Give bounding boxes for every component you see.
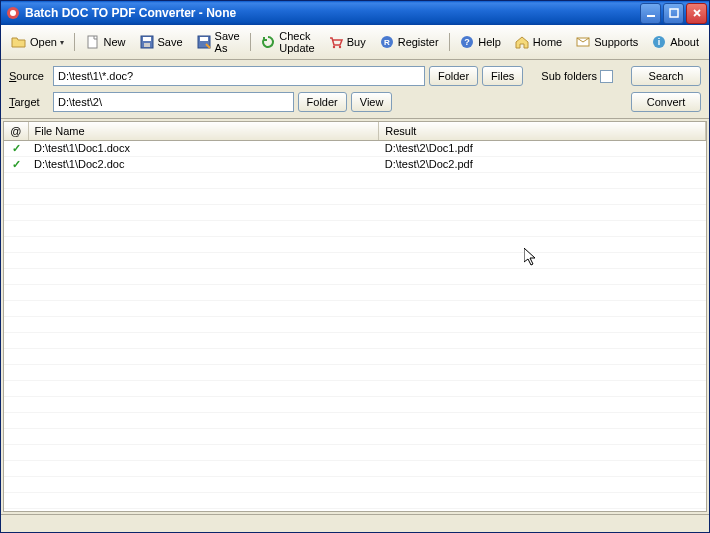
table-row-empty xyxy=(4,220,706,236)
table-row-empty xyxy=(4,284,706,300)
target-label: Target xyxy=(9,96,49,108)
toolbar: Open ▾ New Save Save As Check Update Buy… xyxy=(1,25,709,60)
cell-result: D:\test\2\Doc1.pdf xyxy=(379,140,706,156)
table-row-empty xyxy=(4,412,706,428)
titlebar: Batch DOC TO PDF Converter - None xyxy=(1,1,709,25)
check-icon: ✓ xyxy=(12,158,21,170)
svg-point-10 xyxy=(333,46,335,48)
svg-point-1 xyxy=(10,10,16,16)
source-input[interactable] xyxy=(53,66,425,86)
table-row-empty xyxy=(4,508,706,512)
table-row-empty xyxy=(4,188,706,204)
cart-icon xyxy=(328,34,344,50)
table-row[interactable]: ✓D:\test\1\Doc2.docD:\test\2\Doc2.pdf xyxy=(4,156,706,172)
files-button[interactable]: Files xyxy=(482,66,523,86)
open-label: Open xyxy=(30,36,57,48)
view-button[interactable]: View xyxy=(351,92,393,112)
help-label: Help xyxy=(478,36,501,48)
table-row-empty xyxy=(4,444,706,460)
register-icon: R xyxy=(379,34,395,50)
check-update-button[interactable]: Check Update xyxy=(254,27,320,57)
subfolders-label: Sub folders xyxy=(541,70,597,82)
svg-rect-2 xyxy=(647,15,655,17)
cell-filename: D:\test\1\Doc2.doc xyxy=(28,156,379,172)
save-as-icon xyxy=(196,34,212,50)
refresh-icon xyxy=(260,34,276,50)
io-panel: Source Folder Files Sub folders Search T… xyxy=(1,60,709,119)
minimize-button[interactable] xyxy=(640,3,661,24)
folder-open-icon xyxy=(11,34,27,50)
table-row-empty xyxy=(4,460,706,476)
window-title: Batch DOC TO PDF Converter - None xyxy=(25,6,640,20)
table-row[interactable]: ✓D:\test\1\Doc1.docxD:\test\2\Doc1.pdf xyxy=(4,140,706,156)
table-row-empty xyxy=(4,348,706,364)
info-icon: i xyxy=(651,34,667,50)
new-button[interactable]: New xyxy=(79,31,132,53)
register-label: Register xyxy=(398,36,439,48)
svg-text:i: i xyxy=(658,37,661,47)
table-row-empty xyxy=(4,204,706,220)
col-result[interactable]: Result xyxy=(379,122,706,140)
svg-rect-4 xyxy=(88,36,97,48)
supports-button[interactable]: Supports xyxy=(569,31,644,53)
cell-result: D:\test\2\Doc2.pdf xyxy=(379,156,706,172)
save-button[interactable]: Save xyxy=(133,31,189,53)
home-label: Home xyxy=(533,36,562,48)
app-icon xyxy=(5,5,21,21)
convert-button[interactable]: Convert xyxy=(631,92,701,112)
source-label: Source xyxy=(9,70,49,82)
separator xyxy=(449,33,450,51)
table-row-empty xyxy=(4,268,706,284)
save-as-label: Save As xyxy=(215,30,240,54)
check-icon: ✓ xyxy=(12,142,21,154)
save-icon xyxy=(139,34,155,50)
home-icon xyxy=(514,34,530,50)
svg-rect-3 xyxy=(670,9,678,17)
buy-label: Buy xyxy=(347,36,366,48)
dropdown-icon: ▾ xyxy=(60,38,64,47)
check-update-label: Check Update xyxy=(279,30,314,54)
close-button[interactable] xyxy=(686,3,707,24)
table-row-empty xyxy=(4,396,706,412)
subfolders-wrap: Sub folders xyxy=(541,70,613,83)
save-label: Save xyxy=(158,36,183,48)
table-row-empty xyxy=(4,364,706,380)
svg-point-11 xyxy=(339,46,341,48)
table-row-empty xyxy=(4,172,706,188)
col-filename[interactable]: File Name xyxy=(28,122,379,140)
new-label: New xyxy=(104,36,126,48)
table-row-empty xyxy=(4,332,706,348)
table-row-empty xyxy=(4,316,706,332)
svg-rect-7 xyxy=(144,43,150,47)
table-row-empty xyxy=(4,252,706,268)
about-button[interactable]: i About xyxy=(645,31,705,53)
subfolders-checkbox[interactable] xyxy=(600,70,613,83)
results-table: @ File Name Result ✓D:\test\1\Doc1.docxD… xyxy=(4,122,706,512)
results-table-wrap: @ File Name Result ✓D:\test\1\Doc1.docxD… xyxy=(3,121,707,512)
save-as-button[interactable]: Save As xyxy=(190,27,246,57)
maximize-button[interactable] xyxy=(663,3,684,24)
table-row-empty xyxy=(4,236,706,252)
target-folder-button[interactable]: Folder xyxy=(298,92,347,112)
table-row-empty xyxy=(4,428,706,444)
target-input[interactable] xyxy=(53,92,294,112)
svg-rect-9 xyxy=(200,37,208,41)
help-button[interactable]: ? Help xyxy=(453,31,507,53)
home-button[interactable]: Home xyxy=(508,31,568,53)
buy-button[interactable]: Buy xyxy=(322,31,372,53)
open-button[interactable]: Open ▾ xyxy=(5,31,70,53)
supports-label: Supports xyxy=(594,36,638,48)
register-button[interactable]: R Register xyxy=(373,31,445,53)
svg-text:R: R xyxy=(384,38,390,47)
search-button[interactable]: Search xyxy=(631,66,701,86)
cell-filename: D:\test\1\Doc1.docx xyxy=(28,140,379,156)
col-status[interactable]: @ xyxy=(4,122,28,140)
table-row-empty xyxy=(4,380,706,396)
source-folder-button[interactable]: Folder xyxy=(429,66,478,86)
svg-text:?: ? xyxy=(464,37,470,47)
separator xyxy=(250,33,251,51)
table-row-empty xyxy=(4,492,706,508)
statusbar xyxy=(1,514,709,532)
mail-icon xyxy=(575,34,591,50)
table-row-empty xyxy=(4,300,706,316)
